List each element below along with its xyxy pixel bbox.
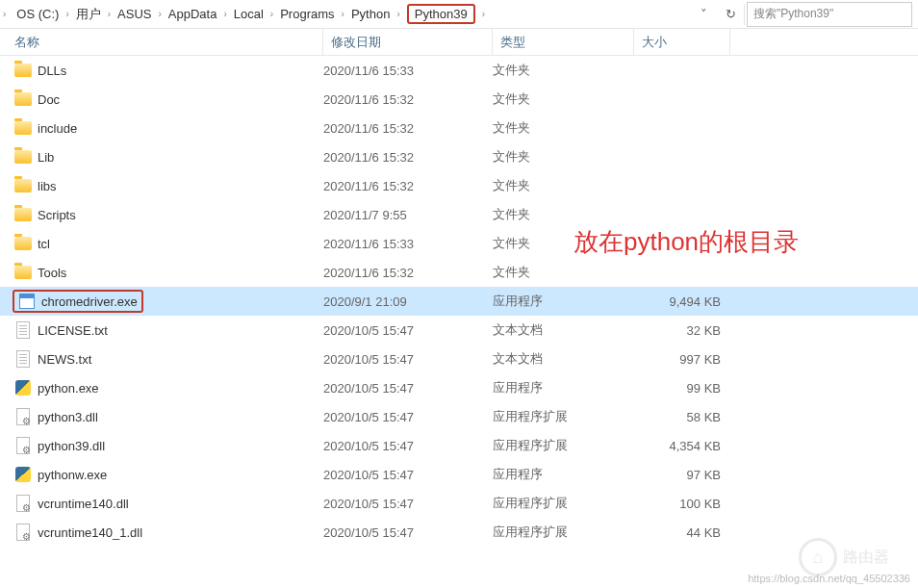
file-row[interactable]: python.exe2020/10/5 15:47应用程序99 KB bbox=[0, 373, 918, 402]
column-size[interactable]: 大小 bbox=[634, 29, 730, 55]
file-name-cell: python.exe bbox=[14, 379, 323, 396]
file-size: 100 KB bbox=[634, 497, 730, 511]
file-row[interactable]: Doc2020/11/6 15:32文件夹 bbox=[0, 85, 918, 114]
file-date: 2020/10/5 15:47 bbox=[323, 352, 493, 367]
file-size: 58 KB bbox=[634, 410, 730, 424]
chevron-right-icon[interactable]: › bbox=[156, 9, 165, 19]
chevron-right-icon[interactable]: › bbox=[220, 9, 229, 19]
history-dropdown[interactable]: ˅ bbox=[692, 3, 715, 26]
file-type: 应用程序 bbox=[493, 293, 634, 310]
file-name-cell: vcruntime140_1.dll bbox=[14, 524, 323, 541]
column-date[interactable]: 修改日期 bbox=[323, 29, 493, 55]
breadcrumb-segment[interactable]: Programs bbox=[276, 0, 338, 28]
file-row[interactable]: python3.dll2020/10/5 15:47应用程序扩展58 KB bbox=[0, 402, 918, 431]
file-date: 2020/10/5 15:47 bbox=[323, 381, 493, 396]
refresh-button[interactable]: ↻ bbox=[719, 3, 742, 26]
file-row[interactable]: vcruntime140_1.dll2020/10/5 15:47应用程序扩展4… bbox=[0, 518, 918, 547]
folder-icon bbox=[14, 62, 32, 79]
breadcrumb-segment[interactable]: Python bbox=[347, 0, 394, 28]
file-date: 2020/11/6 15:32 bbox=[323, 179, 493, 193]
file-size: 97 KB bbox=[634, 468, 730, 482]
file-name: Lib bbox=[38, 150, 54, 165]
breadcrumb-segment[interactable]: ASUS bbox=[114, 0, 155, 28]
file-row[interactable]: Scripts2020/11/7 9:55文件夹 bbox=[0, 200, 918, 229]
file-row[interactable]: python39.dll2020/10/5 15:47应用程序扩展4,354 K… bbox=[0, 431, 918, 460]
folder-icon bbox=[14, 235, 32, 252]
file-date: 2020/10/5 15:47 bbox=[323, 497, 493, 511]
file-date: 2020/10/5 15:47 bbox=[323, 410, 493, 424]
column-name[interactable]: 名称 bbox=[0, 29, 323, 55]
search-input[interactable]: 搜索"Python39" bbox=[747, 2, 912, 27]
file-size: 32 KB bbox=[634, 323, 730, 338]
chevron-right-icon[interactable]: › bbox=[63, 9, 71, 19]
file-row[interactable]: libs2020/11/6 15:32文件夹 bbox=[0, 171, 918, 200]
file-row[interactable]: Lib2020/11/6 15:32文件夹 bbox=[0, 142, 918, 171]
file-size: 997 KB bbox=[634, 352, 730, 367]
folder-icon bbox=[14, 264, 32, 281]
py-icon bbox=[14, 379, 32, 396]
dll-icon bbox=[14, 495, 32, 512]
file-name-cell: Lib bbox=[14, 148, 323, 166]
watermark-text: 路由器 bbox=[843, 548, 889, 568]
file-row[interactable]: vcruntime140.dll2020/10/5 15:47应用程序扩展100… bbox=[0, 489, 918, 518]
file-name: tcl bbox=[38, 237, 50, 251]
chevron-right-icon[interactable]: › bbox=[268, 9, 276, 19]
breadcrumb-segment[interactable]: 用户 bbox=[72, 0, 105, 28]
dll-icon bbox=[14, 437, 32, 454]
file-row[interactable]: pythonw.exe2020/10/5 15:47应用程序97 KB bbox=[0, 460, 918, 489]
file-type: 应用程序 bbox=[493, 466, 634, 483]
file-name-cell: DLLs bbox=[14, 62, 323, 79]
file-date: 2020/11/7 9:55 bbox=[323, 208, 493, 222]
file-name-cell: LICENSE.txt bbox=[14, 321, 323, 339]
file-row[interactable]: Tools2020/11/6 15:32文件夹 bbox=[0, 258, 918, 287]
breadcrumb-segment[interactable]: AppData bbox=[165, 0, 221, 28]
folder-icon bbox=[14, 148, 32, 166]
file-name-cell: tcl bbox=[14, 235, 323, 252]
file-name: LICENSE.txt bbox=[38, 323, 108, 338]
file-row[interactable]: NEWS.txt2020/10/5 15:47文本文档997 KB bbox=[0, 345, 918, 373]
folder-icon bbox=[14, 206, 32, 223]
file-type: 文件夹 bbox=[493, 235, 634, 252]
file-type: 文本文档 bbox=[493, 350, 634, 368]
file-date: 2020/10/5 15:47 bbox=[323, 525, 493, 540]
file-name: Doc bbox=[38, 92, 60, 107]
dll-icon bbox=[14, 524, 32, 541]
file-size: 9,494 KB bbox=[634, 294, 730, 309]
file-name: pythonw.exe bbox=[38, 468, 107, 482]
file-type: 文件夹 bbox=[493, 264, 634, 281]
file-size: 4,354 KB bbox=[634, 439, 730, 453]
file-type: 文本文档 bbox=[493, 321, 634, 339]
file-type: 文件夹 bbox=[493, 206, 634, 223]
chevron-right-icon[interactable]: › bbox=[339, 9, 347, 19]
txt-icon bbox=[14, 321, 32, 339]
chevron-right-icon[interactable]: › bbox=[479, 9, 488, 19]
breadcrumb-root-chevron[interactable]: › bbox=[0, 9, 9, 19]
file-row[interactable]: DLLs2020/11/6 15:33文件夹 bbox=[0, 56, 918, 85]
file-row[interactable]: chromedriver.exe2020/9/1 21:09应用程序9,494 … bbox=[0, 287, 918, 316]
file-date: 2020/11/6 15:32 bbox=[323, 92, 493, 107]
chevron-right-icon[interactable]: › bbox=[394, 9, 402, 19]
file-name: python.exe bbox=[38, 381, 99, 396]
breadcrumb[interactable]: OS (C:)›用户›ASUS›AppData›Local›Programs›P… bbox=[9, 0, 690, 28]
file-name: Tools bbox=[38, 266, 66, 280]
breadcrumb-segment[interactable]: Python39 bbox=[403, 0, 479, 28]
file-row[interactable]: include2020/11/6 15:32文件夹 bbox=[0, 114, 918, 142]
file-date: 2020/9/1 21:09 bbox=[323, 294, 493, 309]
file-name: vcruntime140_1.dll bbox=[38, 525, 142, 540]
file-name-cell: pythonw.exe bbox=[14, 466, 323, 483]
file-name: Scripts bbox=[38, 208, 76, 222]
breadcrumb-segment[interactable]: Local bbox=[230, 0, 268, 28]
file-name-cell: Doc bbox=[14, 90, 323, 108]
txt-icon bbox=[14, 350, 32, 368]
file-type: 应用程序扩展 bbox=[493, 524, 634, 541]
breadcrumb-segment[interactable]: OS (C:) bbox=[13, 0, 63, 28]
file-row[interactable]: tcl2020/11/6 15:33文件夹 bbox=[0, 229, 918, 258]
address-bar: › OS (C:)›用户›ASUS›AppData›Local›Programs… bbox=[0, 0, 918, 29]
chevron-right-icon[interactable]: › bbox=[105, 9, 114, 19]
file-name-cell: python3.dll bbox=[14, 408, 323, 425]
file-row[interactable]: LICENSE.txt2020/10/5 15:47文本文档32 KB bbox=[0, 316, 918, 345]
column-type[interactable]: 类型 bbox=[493, 29, 634, 55]
file-name-cell: include bbox=[14, 119, 323, 137]
file-name: vcruntime140.dll bbox=[38, 497, 129, 511]
file-name-cell: libs bbox=[14, 177, 323, 194]
